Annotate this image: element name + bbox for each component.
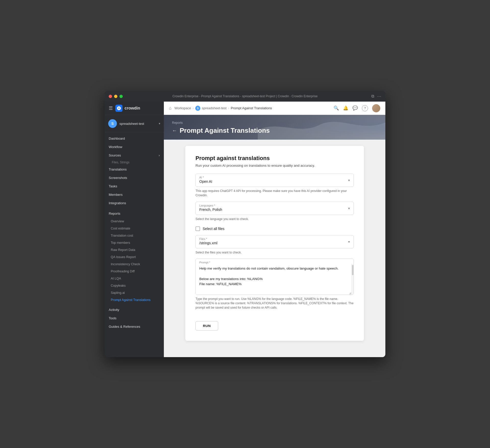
prompt-label: Prompt * [196,259,353,264]
sidebar-item-translations[interactable]: Translations [105,165,164,174]
back-button[interactable]: ← [172,128,177,134]
sidebar: ☰ crowdin S spreadsheet-test ▾ [105,102,164,357]
project-name: spreadsheet-test [119,122,156,126]
crowdin-wordmark: crowdin [125,106,140,111]
content-area: Reports ← Prompt Against Translations Pr… [164,115,385,357]
search-icon[interactable]: 🔍 [334,105,339,111]
header-decoration [258,115,385,140]
files-help-text: Select the files you want to check. [195,250,354,255]
titlebar-actions: ⧉ ⋯ [371,94,381,99]
files-field-group: Files * /strings.xml ▾ Select the files … [195,235,354,255]
crowdin-logo-icon [117,106,121,111]
topbar-actions: 🔍 🔔 💬 ? [334,104,380,112]
main-content: ⌂ Workspace › S spreadsheet-test › Promp… [164,102,385,357]
sidebar-item-overview[interactable]: Overview [105,218,164,225]
sidebar-item-copyleaks[interactable]: Copyleaks [105,282,164,289]
sidebar-item-activity[interactable]: Activity [105,306,164,314]
sidebar-item-prompt-against-translations[interactable]: Prompt Against Translations [105,296,164,304]
hamburger-icon[interactable]: ☰ [109,105,113,111]
prompt-scrollbar[interactable] [351,264,353,295]
project-selector[interactable]: S spreadsheet-test ▾ [105,115,164,132]
sidebar-item-qa-issues[interactable]: QA Issues Report [105,253,164,261]
minimize-button[interactable] [114,95,117,98]
project-avatar: S [108,119,117,128]
languages-select[interactable]: French, Polish [196,202,353,215]
breadcrumb-workspace[interactable]: Workspace [175,106,191,110]
topbar: ⌂ Workspace › S spreadsheet-test › Promp… [164,102,385,115]
prompt-scroll-area: Help me verify my translations do not co… [196,264,353,295]
run-button[interactable]: RUN [195,321,218,331]
extensions-icon[interactable]: ⧉ [371,94,374,99]
sidebar-item-members[interactable]: Members [105,190,164,199]
breadcrumb-sep-2: › [228,106,229,110]
languages-select-wrapper: Languages * French, Polish ▾ [195,202,354,215]
ai-label: AI * [199,176,204,179]
sidebar-item-files-strings[interactable]: Files, Strings [105,160,164,165]
form-subtitle: Run your custom AI processing on transla… [195,164,354,167]
ai-field-group: AI * Open AI ▾ This app requires ChatGPT… [195,174,354,198]
ai-help-text: This app requires ChatGPT 4 API for proc… [195,189,354,198]
sidebar-item-ai-lqa[interactable]: AI LQA [105,275,164,282]
home-icon[interactable]: ⌂ [169,106,172,111]
more-icon[interactable]: ⋯ [377,94,381,99]
sidebar-item-raw-report-data[interactable]: Raw Report Data [105,246,164,253]
close-button[interactable] [109,95,112,98]
prompt-scroll-thumb [352,265,353,275]
prompt-help-text: Type the prompt you want to run. Use %LA… [195,297,354,310]
form-container: Prompt against translations Run your cus… [185,146,364,341]
ai-select-wrapper: AI * Open AI ▾ [195,174,354,187]
project-chevron-icon: ▾ [159,122,160,125]
ai-select[interactable]: Open AI [196,174,353,187]
sidebar-item-sapling-ai[interactable]: Sapling.ai [105,289,164,296]
app-body: ☰ crowdin S spreadsheet-test ▾ [105,102,385,357]
prompt-textarea[interactable]: Help me verify my translations do not co… [196,264,351,295]
sidebar-item-dashboard[interactable]: Dashboard [105,134,164,143]
messages-icon[interactable]: 💬 [352,105,358,111]
help-icon[interactable]: ? [362,105,368,111]
files-select[interactable]: /strings.xml [196,235,353,248]
form-wrapper: Prompt against translations Run your cus… [164,146,385,357]
user-avatar[interactable] [372,104,380,112]
sidebar-item-inconsistency-check[interactable]: Inconsistency Check [105,261,164,268]
sources-arrow-icon: › [159,153,160,157]
sidebar-item-tasks[interactable]: Tasks [105,182,164,190]
breadcrumb-current: Prompt Against Translations [231,106,272,110]
sidebar-nav: Dashboard Workflow Sources › Files, Stri… [105,132,164,357]
titlebar: Crowdin Enterprise - Prompt Against Tran… [105,91,385,102]
app-window: Crowdin Enterprise - Prompt Against Tran… [105,91,385,357]
select-all-files-row: Select all files [195,226,354,231]
sidebar-item-guides[interactable]: Guides & References [105,322,164,331]
languages-label: Languages * [199,204,215,207]
traffic-lights [109,95,123,98]
select-all-files-label[interactable]: Select all files [203,227,225,231]
sidebar-item-translation-cost[interactable]: Translation cost [105,232,164,239]
files-select-wrapper: Files * /strings.xml ▾ [195,235,354,248]
page-header: Reports ← Prompt Against Translations [164,115,385,140]
breadcrumb-sep-1: › [192,106,193,110]
sidebar-item-screenshots[interactable]: Screenshots [105,174,164,182]
sidebar-item-top-members[interactable]: Top members [105,239,164,246]
sidebar-item-reports[interactable]: Reports [105,209,164,218]
select-all-files-checkbox[interactable] [195,226,200,231]
languages-field-group: Languages * French, Polish ▾ Select the … [195,202,354,221]
sidebar-item-cost-estimate[interactable]: Cost estimate [105,225,164,232]
maximize-button[interactable] [119,95,123,98]
prompt-field-group: Prompt * Help me verify my translations … [195,259,354,310]
sidebar-item-workflow[interactable]: Workflow [105,143,164,151]
breadcrumb: Workspace › S spreadsheet-test › Prompt … [175,106,272,111]
breadcrumb-project[interactable]: S spreadsheet-test [195,106,227,111]
sidebar-item-integrations[interactable]: Integrations [105,199,164,207]
sidebar-item-sources[interactable]: Sources › [105,151,164,160]
window-title: Crowdin Enterprise - Prompt Against Tran… [173,94,318,98]
form-title: Prompt against translations [195,155,354,162]
bell-icon[interactable]: 🔔 [343,105,348,111]
sidebar-item-tools[interactable]: Tools [105,314,164,322]
files-label: Files * [199,237,207,240]
sidebar-item-proofreading-diff[interactable]: Proofreading Diff [105,268,164,275]
languages-help-text: Select the language you want to check. [195,217,354,221]
page-title: Prompt Against Translations [180,127,270,135]
prompt-textarea-group: Prompt * Help me verify my translations … [195,259,354,295]
